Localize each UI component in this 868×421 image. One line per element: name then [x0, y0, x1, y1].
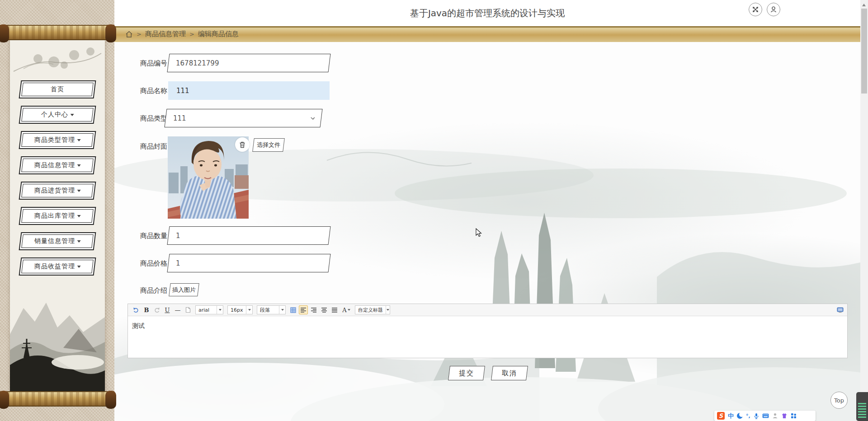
product-name-field-frame: [168, 81, 330, 100]
redo-icon: [154, 307, 160, 313]
chevron-down-icon: [310, 117, 316, 120]
undo-button[interactable]: [132, 305, 141, 314]
align-left-button[interactable]: [299, 305, 308, 314]
breadcrumb: > 商品信息管理 > 编辑商品信息: [114, 26, 860, 42]
back-to-top-button[interactable]: Top: [830, 392, 848, 409]
chevron-down-icon: [70, 114, 74, 118]
sidebar-item-personal-center[interactable]: 个人中心: [19, 106, 96, 124]
chevron-down-icon: [246, 306, 252, 314]
fullscreen-icon: [751, 5, 760, 14]
app-window: 首页 个人中心 商品类型管理 商品信息管理 商品进货管理 商品出库管理 销量信息…: [0, 0, 868, 421]
product-price-label: 商品价格: [140, 259, 167, 268]
page-icon: [185, 307, 191, 313]
sidebar: 首页 个人中心 商品类型管理 商品信息管理 商品进货管理 商品出库管理 销量信息…: [0, 0, 114, 421]
product-qty-input[interactable]: [176, 232, 329, 240]
chevron-down-icon: [279, 306, 285, 314]
sogou-logo-icon[interactable]: S: [717, 412, 725, 420]
submit-button[interactable]: 提交: [448, 366, 485, 380]
cancel-button[interactable]: 取消: [491, 366, 528, 380]
ime-toolbar: S 中 °,: [714, 411, 816, 421]
monitor-icon: [837, 307, 844, 313]
align-justify-button[interactable]: [330, 305, 339, 314]
mountain-painting: [10, 280, 105, 391]
ime-status-widget[interactable]: [856, 392, 868, 421]
breadcrumb-item[interactable]: 商品信息管理: [145, 30, 186, 38]
align-center-button[interactable]: [320, 305, 329, 314]
product-cover-image: [168, 136, 249, 219]
trash-icon: [239, 141, 245, 148]
paste-button[interactable]: [184, 305, 193, 314]
align-justify-icon: [332, 307, 337, 313]
custom-title-select[interactable]: 自定义标题: [355, 305, 390, 314]
editor-toolbar: B U —: [128, 304, 847, 316]
product-no-label: 商品编号: [140, 59, 167, 68]
insert-table-button[interactable]: [288, 305, 297, 314]
sidebar-item-sales-info-mgmt[interactable]: 销量信息管理: [19, 232, 96, 250]
choose-file-button[interactable]: 选择文件: [252, 138, 285, 152]
editor-fullscreen-button[interactable]: [835, 305, 844, 314]
horizontal-rule-button[interactable]: —: [173, 305, 182, 314]
scrollbar-up-arrow[interactable]: [862, 2, 866, 6]
redo-button[interactable]: [152, 305, 161, 314]
rich-text-editor: B U —: [127, 304, 848, 358]
sidebar-item-product-outbound-mgmt[interactable]: 商品出库管理: [19, 207, 96, 225]
chevron-down-icon: [77, 215, 80, 219]
product-type-value: 111: [173, 114, 310, 122]
product-type-select[interactable]: 111: [164, 109, 322, 127]
punctuation-toggle[interactable]: °,: [746, 413, 750, 419]
product-qty-label: 商品数量: [140, 232, 167, 240]
skin-shirt-icon[interactable]: [781, 413, 788, 419]
align-left-icon: [301, 307, 306, 313]
sidebar-item-product-revenue-mgmt[interactable]: 商品收益管理: [19, 257, 96, 276]
product-price-field-frame: [167, 254, 330, 272]
align-right-button[interactable]: [309, 305, 318, 314]
chevron-down-icon: [77, 139, 80, 143]
moon-icon[interactable]: [737, 413, 743, 419]
chevron-down-icon: [77, 266, 80, 270]
insert-image-button[interactable]: 插入图片: [169, 283, 199, 296]
font-size-select[interactable]: 16px: [227, 305, 253, 314]
font-family-select[interactable]: arial: [195, 305, 223, 314]
underline-button[interactable]: U: [163, 305, 172, 314]
scrollbar-thumb[interactable]: [861, 9, 867, 94]
microphone-icon[interactable]: [754, 413, 759, 419]
product-price-input[interactable]: [176, 259, 329, 267]
pine-painting: [10, 42, 105, 80]
product-no-input[interactable]: [176, 59, 329, 67]
sidebar-item-product-purchase-mgmt[interactable]: 商品进货管理: [19, 182, 96, 200]
chevron-down-icon: [77, 164, 80, 168]
product-qty-field-frame: [167, 226, 330, 245]
editor-content[interactable]: 测试: [128, 316, 847, 358]
person-icon[interactable]: [772, 413, 778, 419]
delete-cover-button[interactable]: [235, 137, 250, 152]
keyboard-icon[interactable]: [762, 413, 769, 418]
bold-button[interactable]: B: [142, 305, 151, 314]
align-right-icon: [311, 307, 316, 313]
main-area: 基于Java的超市管理系统的设计与实现: [114, 0, 860, 421]
user-button[interactable]: [767, 3, 780, 16]
sidebar-item-product-info-mgmt[interactable]: 商品信息管理: [19, 156, 96, 174]
user-icon: [769, 5, 778, 14]
scrollbar[interactable]: [860, 0, 868, 421]
top-header: 基于Java的超市管理系统的设计与实现: [114, 0, 860, 26]
edit-product-form: 商品编号 商品名称 商品类型 111 商品封面: [114, 42, 860, 421]
font-color-button[interactable]: A: [340, 305, 352, 314]
mouse-cursor: [476, 228, 482, 237]
ime-language-toggle[interactable]: 中: [728, 412, 734, 420]
fullscreen-button[interactable]: [749, 3, 762, 16]
product-intro-label: 商品介绍: [140, 286, 167, 295]
chevron-down-icon: [348, 309, 350, 312]
apps-grid-icon[interactable]: [791, 413, 797, 419]
chevron-down-icon: [386, 306, 390, 314]
undo-icon: [133, 307, 139, 313]
sidebar-item-home[interactable]: 首页: [19, 80, 96, 98]
align-center-icon: [321, 307, 327, 313]
product-cover-label: 商品封面: [140, 142, 167, 151]
sidebar-item-product-type-mgmt[interactable]: 商品类型管理: [19, 131, 96, 149]
product-no-field-frame: [167, 54, 330, 72]
home-icon[interactable]: [125, 31, 133, 38]
paragraph-format-select[interactable]: 段落: [257, 305, 286, 314]
scroll-roller-top: [0, 25, 114, 40]
table-icon: [290, 307, 296, 313]
product-name-input[interactable]: [176, 87, 330, 95]
